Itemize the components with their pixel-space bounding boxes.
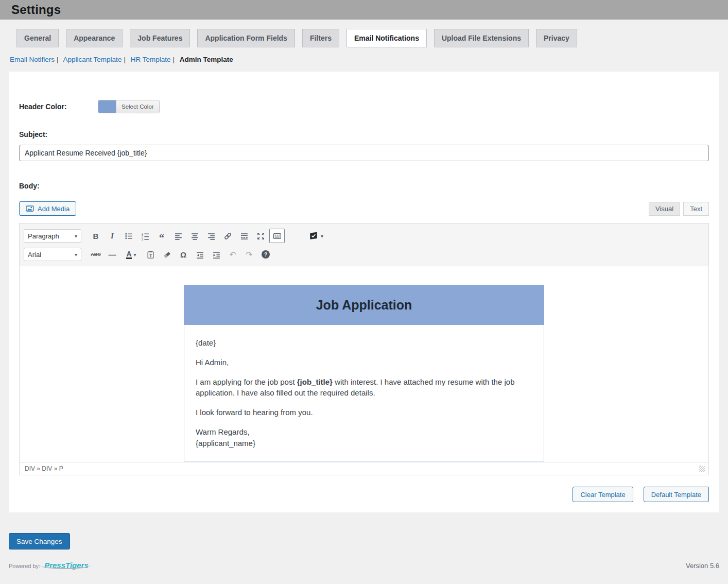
bold-button[interactable]: B <box>88 229 103 243</box>
align-center-button[interactable] <box>187 229 202 243</box>
body-label: Body: <box>19 182 709 190</box>
chevron-down-icon: ▾ <box>134 252 136 257</box>
paste-as-text-button[interactable]: T <box>143 247 158 262</box>
italic-button[interactable]: I <box>105 229 120 243</box>
align-right-icon <box>207 232 216 241</box>
strikethrough-icon: ABC <box>91 252 101 257</box>
applicant-name-placeholder: {applicant_name} <box>196 439 255 448</box>
link-icon <box>223 232 232 241</box>
read-more-button[interactable] <box>236 229 252 243</box>
powered-by-label: Powered by: <box>9 563 40 569</box>
subject-input[interactable] <box>19 145 709 161</box>
italic-icon: I <box>111 232 114 241</box>
wysiwyg-editor: Paragraph ▾ B I 123 “ ▾ <box>19 223 709 475</box>
toolbar-row-2: Arial ▾ ABC — A ▾ T Ω ↶ ↷ ? <box>23 245 705 264</box>
undo-button[interactable]: ↶ <box>225 247 240 262</box>
block-format-value: Paragraph <box>28 232 59 240</box>
resize-grip[interactable] <box>699 466 705 472</box>
indent-button[interactable] <box>209 247 224 262</box>
read-more-icon <box>240 232 249 241</box>
tab-application-form-fields[interactable]: Application Form Fields <box>197 29 294 47</box>
text-color-button[interactable]: A ▾ <box>121 247 142 262</box>
numbered-list-icon: 123 <box>141 232 150 241</box>
tab-job-features[interactable]: Job Features <box>130 29 190 47</box>
special-character-button[interactable]: Ω <box>176 247 191 262</box>
subnav-separator: | <box>124 56 126 63</box>
align-center-icon <box>190 232 199 241</box>
bullet-list-button[interactable] <box>121 229 136 243</box>
color-swatch <box>98 100 116 113</box>
email-body-text: I am applying for the job post <box>196 377 297 386</box>
visual-tab[interactable]: Visual <box>649 202 680 216</box>
tab-email-notifications[interactable]: Email Notifications <box>346 29 427 47</box>
block-format-select[interactable]: Paragraph ▾ <box>24 229 81 243</box>
email-greeting: Hi Admin, <box>196 357 532 368</box>
toolbar-row-1: Paragraph ▾ B I 123 “ ▾ <box>23 227 705 245</box>
tab-general[interactable]: General <box>16 29 59 47</box>
paste-as-text-icon: T <box>146 250 155 259</box>
fullscreen-button[interactable] <box>253 229 268 243</box>
align-left-icon <box>174 232 183 241</box>
svg-text:3: 3 <box>141 237 143 240</box>
editor-content-area[interactable]: Job Application {date} Hi Admin, I am ap… <box>20 266 708 462</box>
text-tab[interactable]: Text <box>683 202 709 216</box>
redo-icon: ↷ <box>246 250 252 260</box>
subnav-link-hr-template[interactable]: HR Template <box>131 56 171 63</box>
add-media-button[interactable]: Add Media <box>19 201 76 216</box>
email-header-title: Job Application <box>316 298 412 313</box>
subnav-separator: | <box>172 56 175 63</box>
bold-icon: B <box>93 232 99 241</box>
blockquote-icon: “ <box>159 235 164 241</box>
powered-by: Powered by: PressTigers <box>9 561 89 570</box>
default-template-button[interactable]: Default Template <box>644 487 709 502</box>
settings-tab-bar: General Appearance Job Features Applicat… <box>16 29 728 47</box>
undo-icon: ↶ <box>229 250 236 260</box>
svg-text:T: T <box>149 253 152 257</box>
font-family-select[interactable]: Arial ▾ <box>24 248 81 261</box>
tab-privacy[interactable]: Privacy <box>536 29 577 47</box>
page-footer: Powered by: PressTigers Version 5.6 <box>9 561 719 570</box>
tab-appearance[interactable]: Appearance <box>66 29 123 47</box>
redo-button[interactable]: ↷ <box>241 247 257 262</box>
eraser-icon <box>163 250 171 259</box>
select-color-label: Select Color <box>116 100 159 113</box>
tab-upload-file-extensions[interactable]: Upload File Extensions <box>434 29 529 47</box>
save-changes-button[interactable]: Save Changes <box>9 533 70 549</box>
email-header: Job Application <box>184 285 544 325</box>
editor-toolbar: Paragraph ▾ B I 123 “ ▾ <box>20 224 708 266</box>
save-row: Save Changes <box>9 533 728 549</box>
email-closing: I look forward to hearing from you. <box>196 407 532 418</box>
job-title-placeholder: {job_title} <box>297 377 333 386</box>
blockquote-button[interactable]: “ <box>154 229 169 243</box>
align-left-button[interactable] <box>170 229 186 243</box>
header-color-picker-button[interactable]: Select Color <box>98 100 160 113</box>
subnav-link-email-notifiers[interactable]: Email Notifiers <box>10 56 55 63</box>
omega-icon: Ω <box>180 250 186 259</box>
outdent-icon <box>196 250 204 259</box>
version-label: Version 5.6 <box>686 562 719 570</box>
clear-formatting-button[interactable] <box>159 247 175 262</box>
editor-mode-switch: Visual Text <box>646 202 709 216</box>
strikethrough-button[interactable]: ABC <box>88 247 103 262</box>
subnav-link-applicant-template[interactable]: Applicant Template <box>63 56 122 63</box>
help-button[interactable]: ? <box>258 247 273 262</box>
align-right-button[interactable] <box>203 229 219 243</box>
bullet-list-icon <box>125 232 133 241</box>
email-body: {date} Hi Admin, I am applying for the j… <box>184 325 544 461</box>
clear-template-button[interactable]: Clear Template <box>573 487 633 502</box>
element-path: DIV » DIV » P <box>25 465 63 472</box>
numbered-list-button[interactable]: 123 <box>137 229 153 243</box>
help-icon: ? <box>262 250 270 259</box>
template-tags-dropdown[interactable]: ▾ <box>309 231 323 241</box>
presstigers-logo: PressTigers <box>44 561 89 570</box>
editor-statusbar: DIV » DIV » P <box>20 462 708 475</box>
outdent-button[interactable] <box>192 247 207 262</box>
indent-icon <box>212 250 221 259</box>
tab-filters[interactable]: Filters <box>302 29 339 47</box>
add-media-label: Add Media <box>38 205 70 213</box>
font-family-value: Arial <box>28 251 41 259</box>
insert-link-button[interactable] <box>220 229 235 243</box>
horizontal-rule-button[interactable]: — <box>105 247 120 262</box>
toolbar-toggle-button[interactable] <box>269 229 285 243</box>
admin-template-panel: Header Color: Select Color Subject: Body… <box>9 72 719 512</box>
